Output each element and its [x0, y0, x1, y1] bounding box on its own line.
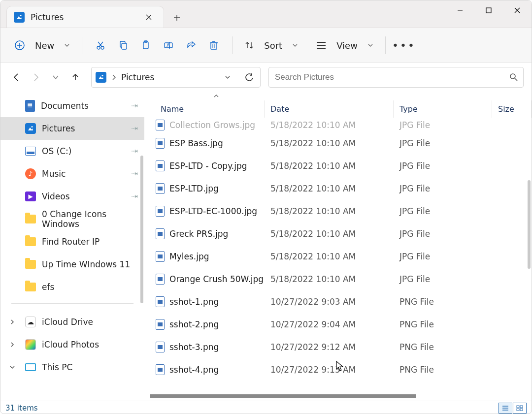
disk-icon	[25, 147, 36, 156]
close-window-button[interactable]	[503, 0, 532, 20]
nav-history-controls	[7, 68, 84, 86]
tab-close-button[interactable]	[143, 11, 155, 23]
column-header-size[interactable]: Size	[492, 100, 532, 118]
file-row[interactable]: Greck PRS.jpg5/18/2022 10:10 AMJPG File	[145, 223, 532, 245]
column-header-name[interactable]: Name	[145, 100, 265, 118]
share-button[interactable]	[180, 35, 202, 55]
sidebar-item[interactable]: iCloud Photos	[0, 333, 144, 356]
new-button[interactable]: New	[9, 35, 75, 55]
file-name: ESP Bass.jpg	[169, 138, 223, 148]
sort-button[interactable]: Sort	[239, 35, 303, 55]
sidebar-item[interactable]: ♪Music📌︎	[0, 162, 144, 185]
breadcrumb-location[interactable]: Pictures	[121, 72, 154, 82]
copy-button[interactable]	[112, 35, 134, 55]
window-tab[interactable]: Pictures	[6, 6, 164, 28]
horizontal-scrollbar-thumb[interactable]	[150, 394, 416, 398]
file-icon	[156, 160, 165, 171]
pictures-icon	[25, 123, 36, 134]
up-button[interactable]	[66, 68, 84, 86]
file-row[interactable]: Myles.jpg5/18/2022 10:10 AMJPG File	[145, 245, 532, 268]
sidebar-item-label: Documents	[41, 101, 89, 111]
cut-button[interactable]	[89, 35, 112, 55]
sidebar-item[interactable]: This PC	[0, 356, 144, 379]
file-list-pane: Name Date Type Size Collection Grows.jpg…	[145, 92, 532, 401]
chevron-down-icon	[292, 42, 298, 48]
sidebar-item[interactable]: efs	[0, 276, 144, 298]
video-icon: ▶	[25, 191, 36, 201]
sidebar-item[interactable]: Find Router IP	[0, 230, 144, 253]
sidebar-item[interactable]: ▶Videos📌︎	[0, 185, 144, 208]
sidebar-item-label: Music	[42, 169, 66, 179]
file-row[interactable]: sshot-3.png10/27/2022 9:12 AMPNG File	[145, 336, 532, 358]
file-row[interactable]: sshot-1.png10/27/2022 9:03 AMPNG File	[145, 290, 532, 313]
refresh-button[interactable]	[242, 70, 256, 84]
sidebar-item[interactable]: OS (C:)📌︎	[0, 140, 144, 162]
file-row[interactable]: Collection Grows.jpg5/18/2022 10:10 AMJP…	[145, 118, 532, 132]
expander-icon[interactable]	[9, 319, 15, 325]
file-date: 10/27/2022 9:13 AM	[265, 365, 394, 375]
file-date: 5/18/2022 10:10 AM	[265, 184, 394, 193]
document-icon	[25, 100, 35, 112]
view-button-label: View	[332, 35, 363, 55]
svg-marker-19	[99, 76, 103, 79]
file-name: Myles.jpg	[169, 252, 209, 261]
maximize-button[interactable]	[474, 0, 503, 20]
minimize-button[interactable]	[446, 0, 474, 20]
back-button[interactable]	[7, 68, 25, 86]
pictures-icon	[14, 12, 25, 23]
sidebar-item[interactable]: Pictures📌︎	[0, 117, 144, 140]
file-row[interactable]: sshot-2.png10/27/2022 9:04 AMPNG File	[145, 313, 532, 336]
forward-button[interactable]	[27, 68, 45, 86]
svg-line-22	[515, 78, 517, 81]
pin-icon: 📌︎	[129, 145, 140, 157]
horizontal-scrollbar-track[interactable]	[150, 393, 522, 400]
address-bar[interactable]: Pictures	[91, 67, 261, 88]
sidebar-item[interactable]: Up Time WIndows 11	[0, 253, 144, 276]
file-row[interactable]: Orange Crush 50W.jpg5/18/2022 10:10 AMJP…	[145, 268, 532, 290]
delete-button[interactable]	[202, 35, 225, 55]
vertical-scrollbar[interactable]	[528, 180, 531, 269]
new-tab-button[interactable]	[167, 8, 187, 28]
view-mode-toggles	[499, 403, 527, 414]
svg-rect-10	[143, 42, 148, 49]
file-date: 5/18/2022 10:10 AM	[265, 161, 394, 171]
sidebar-item[interactable]: Documents📌︎	[0, 95, 144, 117]
thumbnails-view-toggle[interactable]	[513, 403, 527, 414]
paste-button[interactable]	[134, 35, 157, 55]
status-summary: 31 items	[5, 404, 38, 413]
svg-point-21	[510, 74, 515, 79]
group-collapse-button[interactable]	[209, 92, 224, 100]
file-row[interactable]: sshot-4.png10/27/2022 9:13 AMPNG File	[145, 358, 532, 381]
rename-button[interactable]: A	[157, 35, 180, 55]
file-row[interactable]: ESP-LTD-EC-1000.jpg5/18/2022 10:10 AMJPG…	[145, 200, 532, 223]
file-name: ESP-LTD - Copy.jpg	[169, 161, 247, 171]
file-row[interactable]: ESP-LTD - Copy.jpg5/18/2022 10:10 AMJPG …	[145, 155, 532, 177]
column-header-type[interactable]: Type	[394, 100, 492, 118]
search-icon[interactable]	[509, 73, 518, 82]
file-type: JPG File	[394, 274, 492, 284]
file-icon	[156, 138, 165, 149]
recent-locations-button[interactable]	[47, 68, 65, 86]
address-history-dropdown[interactable]	[221, 70, 234, 84]
search-input[interactable]	[274, 72, 509, 83]
expander-icon[interactable]	[9, 342, 15, 348]
search-bar[interactable]	[268, 67, 524, 88]
sidebar-item[interactable]: ☁︎iCloud Drive	[0, 311, 144, 333]
svg-point-7	[101, 46, 104, 49]
toolbar: New A Sort View •••	[0, 28, 532, 63]
chevron-right-icon[interactable]	[111, 74, 116, 81]
file-date: 5/18/2022 10:10 AM	[265, 252, 394, 261]
file-row[interactable]: ESP-LTD.jpg5/18/2022 10:10 AMJPG File	[145, 177, 532, 200]
file-row[interactable]: ESP Bass.jpg5/18/2022 10:10 AMJPG File	[145, 132, 532, 155]
column-header-date[interactable]: Date	[265, 100, 394, 118]
view-button[interactable]: View	[311, 35, 378, 55]
folder-icon	[25, 260, 36, 269]
more-options-button[interactable]: •••	[393, 35, 415, 55]
file-type: JPG File	[394, 120, 492, 130]
expander-icon[interactable]	[9, 364, 15, 370]
details-view-toggle[interactable]	[499, 403, 512, 414]
sidebar-item[interactable]: 0 Change Icons Windows	[0, 208, 144, 230]
file-icon	[156, 342, 165, 352]
sidebar-scrollbar[interactable]	[140, 156, 143, 303]
file-date: 5/18/2022 10:10 AM	[265, 274, 394, 284]
